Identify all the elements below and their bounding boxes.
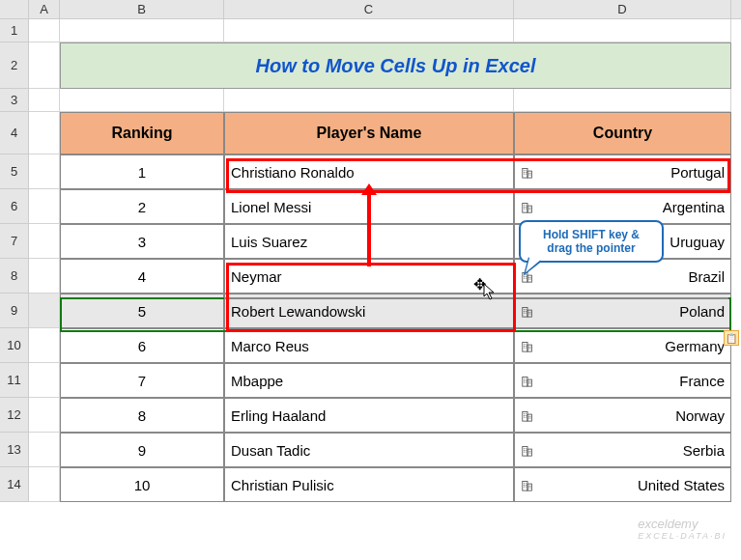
col-header-d[interactable]: D	[514, 0, 731, 18]
cell-a8[interactable]	[29, 259, 60, 294]
title-cell[interactable]: How to Move Cells Up in Excel	[60, 42, 731, 89]
row-header-3[interactable]: 3	[0, 89, 29, 112]
row-header-9[interactable]: 9	[0, 294, 29, 328]
ranking-cell[interactable]: 7	[60, 363, 224, 398]
svg-rect-119	[530, 488, 531, 489]
cell-a9[interactable]	[29, 294, 60, 328]
paste-options-icon[interactable]: 📋	[724, 330, 739, 346]
cell-a6[interactable]	[29, 189, 60, 224]
svg-rect-5	[526, 172, 527, 173]
svg-rect-101	[526, 450, 527, 451]
ranking-cell[interactable]: 6	[60, 328, 224, 363]
row-header-2[interactable]: 2	[0, 42, 29, 89]
building-icon	[521, 478, 534, 491]
svg-rect-90	[524, 417, 525, 418]
cell-a10[interactable]	[29, 328, 60, 363]
svg-rect-95	[530, 418, 531, 419]
cell-b3[interactable]	[60, 89, 224, 112]
cell-c1[interactable]	[224, 19, 514, 42]
row-header-1[interactable]: 1	[0, 19, 29, 42]
col-header-b[interactable]: B	[60, 0, 224, 18]
row-header-11[interactable]: 11	[0, 363, 29, 398]
cell-d1[interactable]	[514, 19, 731, 42]
svg-rect-110	[524, 483, 525, 484]
svg-rect-96	[523, 447, 527, 457]
ranking-cell[interactable]: 2	[60, 189, 224, 224]
cell-a12[interactable]	[29, 398, 60, 433]
svg-rect-103	[526, 452, 527, 453]
svg-rect-10	[528, 175, 529, 176]
cell-a7[interactable]	[29, 224, 60, 259]
header-country[interactable]: Country	[514, 112, 731, 154]
header-ranking[interactable]: Ranking	[60, 112, 224, 154]
player-cell[interactable]: Marco Reus	[224, 328, 514, 363]
cell-a14[interactable]	[29, 467, 60, 502]
svg-rect-59	[530, 314, 531, 315]
row-header-5[interactable]: 5	[0, 154, 29, 189]
country-cell[interactable]: Brazil	[514, 259, 731, 294]
row-header-12[interactable]: 12	[0, 398, 29, 433]
svg-rect-108	[523, 482, 527, 491]
cell-a13[interactable]	[29, 433, 60, 467]
svg-rect-47	[530, 279, 531, 280]
country-cell[interactable]: Serbia	[514, 433, 731, 467]
svg-rect-67	[526, 348, 527, 349]
country-cell[interactable]: Portugal	[514, 154, 731, 189]
cell-d3[interactable]	[514, 89, 731, 112]
cell-a3[interactable]	[29, 89, 60, 112]
svg-rect-116	[528, 486, 529, 487]
row-header-7[interactable]: 7	[0, 224, 29, 259]
svg-rect-91	[526, 417, 527, 418]
header-player[interactable]: Player's Name	[224, 112, 514, 154]
row-header-14[interactable]: 14	[0, 467, 29, 502]
country-cell[interactable]: United States	[514, 467, 731, 502]
svg-rect-68	[528, 347, 529, 348]
country-cell[interactable]: Germany	[514, 328, 731, 363]
ranking-cell[interactable]: 4	[60, 259, 224, 294]
cell-b1[interactable]	[60, 19, 224, 42]
col-header-c[interactable]: C	[224, 0, 514, 18]
country-cell[interactable]: Argentina	[514, 189, 731, 224]
building-icon	[521, 443, 534, 457]
player-cell[interactable]: Dusan Tadic	[224, 433, 514, 467]
spreadsheet-grid[interactable]: A B C D 1 2 How to Move Cells Up in Exce…	[0, 0, 741, 560]
ranking-cell[interactable]: 3	[60, 224, 224, 259]
svg-rect-15	[526, 205, 527, 206]
row-header-4[interactable]: 4	[0, 112, 29, 154]
svg-rect-98	[524, 448, 525, 449]
ranking-cell[interactable]: 10	[60, 467, 224, 502]
player-cell[interactable]: Erling Haaland	[224, 398, 514, 433]
building-icon	[521, 408, 534, 422]
col-header-a[interactable]: A	[29, 0, 60, 18]
svg-rect-114	[524, 487, 525, 488]
cell-a11[interactable]	[29, 363, 60, 398]
ranking-cell[interactable]: 1	[60, 154, 224, 189]
cell-a5[interactable]	[29, 154, 60, 189]
ranking-cell[interactable]: 9	[60, 433, 224, 467]
svg-rect-111	[526, 483, 527, 484]
row-header-13[interactable]: 13	[0, 433, 29, 467]
cell-c3[interactable]	[224, 89, 514, 112]
row-header-8[interactable]: 8	[0, 259, 29, 294]
country-cell[interactable]: Norway	[514, 398, 731, 433]
svg-rect-6	[524, 174, 525, 175]
player-cell[interactable]: Christian Pulisic	[224, 467, 514, 502]
row-header-6[interactable]: 6	[0, 189, 29, 224]
svg-rect-83	[530, 383, 531, 384]
ranking-cell[interactable]: 8	[60, 398, 224, 433]
svg-rect-19	[526, 209, 527, 210]
cell-a1[interactable]	[29, 19, 60, 42]
building-icon	[521, 200, 534, 213]
svg-rect-22	[528, 210, 529, 210]
ranking-cell[interactable]: 5	[60, 294, 224, 328]
row-header-10[interactable]: 10	[0, 328, 29, 363]
svg-rect-86	[524, 413, 525, 414]
cell-a2[interactable]	[29, 42, 60, 89]
cell-a4[interactable]	[29, 112, 60, 154]
select-all-corner[interactable]	[0, 0, 29, 19]
svg-rect-112	[524, 485, 525, 486]
player-cell[interactable]: Mbappe	[224, 363, 514, 398]
country-cell[interactable]: France	[514, 363, 731, 398]
svg-rect-82	[528, 383, 529, 384]
svg-rect-7	[526, 174, 527, 175]
